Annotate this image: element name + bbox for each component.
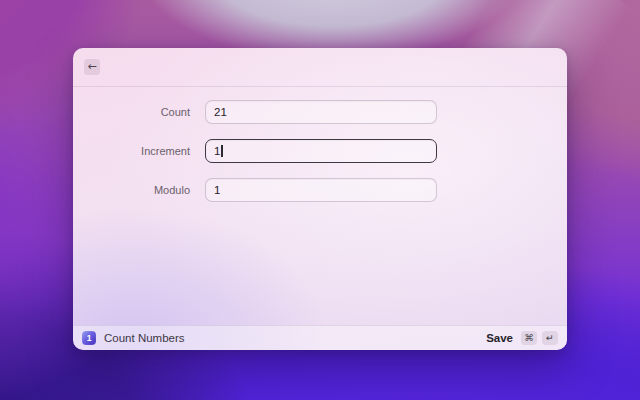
form-row-increment: Increment 1 xyxy=(73,139,567,163)
back-button[interactable]: ← xyxy=(84,59,100,75)
return-key-icon: ↵ xyxy=(542,331,558,345)
form-area: Count 21 Increment 1 Modulo 1 xyxy=(73,87,567,326)
command-title: Count Numbers xyxy=(104,332,185,344)
form-row-modulo: Modulo 1 xyxy=(73,178,567,202)
raycast-window: ← Count 21 Increment 1 Modulo 1 1 Cou xyxy=(73,48,567,350)
form-row-count: Count 21 xyxy=(73,100,567,124)
modulo-input[interactable]: 1 xyxy=(205,178,437,202)
count-value: 21 xyxy=(214,106,227,118)
count-numbers-app-icon: 1 xyxy=(82,331,96,345)
modulo-label: Modulo xyxy=(73,184,190,196)
count-label: Count xyxy=(73,106,190,118)
increment-value: 1 xyxy=(214,145,220,157)
increment-label: Increment xyxy=(73,145,190,157)
back-arrow-icon: ← xyxy=(87,60,96,73)
modulo-value: 1 xyxy=(214,184,220,196)
count-input[interactable]: 21 xyxy=(205,100,437,124)
save-button-label: Save xyxy=(486,332,513,344)
status-bar: 1 Count Numbers Save ⌘ ↵ xyxy=(73,325,567,350)
save-action[interactable]: Save ⌘ ↵ xyxy=(486,331,558,345)
status-bar-left: 1 Count Numbers xyxy=(82,331,185,345)
command-key-icon: ⌘ xyxy=(521,331,537,345)
text-caret xyxy=(221,145,223,157)
increment-input[interactable]: 1 xyxy=(205,139,437,163)
window-header: ← xyxy=(73,48,567,87)
